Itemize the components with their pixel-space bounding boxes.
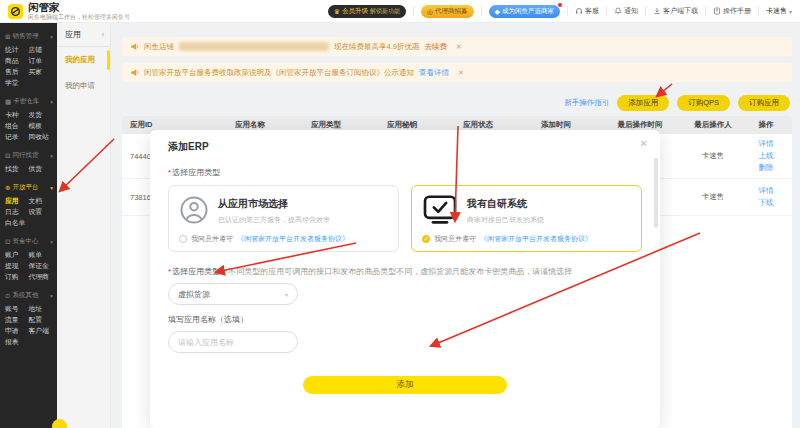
seller-badge-label: 成为闲鱼严选商家 bbox=[502, 7, 554, 16]
sidebar-item[interactable]: 商品 bbox=[5, 56, 29, 66]
section-title: 同行找货 bbox=[12, 151, 38, 160]
radio-unchecked-icon[interactable] bbox=[179, 235, 187, 243]
sidebar-item[interactable]: 统计 bbox=[5, 45, 29, 55]
sidebar-section-funds[interactable]: ⊡ 资金中心 ▾ bbox=[0, 235, 57, 249]
floating-helper-button[interactable] bbox=[52, 419, 67, 428]
sidebar-item[interactable]: 流量 bbox=[5, 315, 29, 325]
chevron-down-icon: ▾ bbox=[50, 34, 53, 40]
add-app-button[interactable]: 添加应用 bbox=[617, 95, 669, 111]
sidebar-item[interactable]: 学堂 bbox=[5, 78, 29, 88]
active-indicator bbox=[107, 50, 110, 70]
sidebar-item[interactable]: 售后 bbox=[5, 67, 29, 77]
sidebar-item[interactable]: 代理商 bbox=[29, 272, 53, 282]
beginner-guide-link[interactable]: 新手操作指引 bbox=[564, 98, 609, 108]
sidebar-item-my-apps[interactable]: 我的应用 bbox=[57, 47, 110, 73]
nav-client-download[interactable]: 客户端下载 bbox=[653, 6, 698, 16]
view-details-link[interactable]: 查看详情 bbox=[419, 68, 449, 78]
agreement-link[interactable]: 《闲管家开放平台开发者服务协议》 bbox=[237, 234, 349, 244]
sidebar-item[interactable]: 模板 bbox=[29, 121, 53, 131]
secondary-sidebar: 应用 ‹ 我的应用 我的申请 bbox=[57, 22, 111, 428]
sidebar-item[interactable]: 保证金 bbox=[29, 261, 53, 271]
sidebar-item[interactable]: 买家 bbox=[29, 67, 53, 77]
seller-badge[interactable]: ◆ 成为闲鱼严选商家 bbox=[489, 5, 560, 18]
sidebar-item[interactable]: 发货 bbox=[29, 110, 53, 120]
card-desc: 已认证的第三方服务，提高经营效率 bbox=[218, 215, 330, 225]
chevron-down-icon: ▾ bbox=[50, 239, 53, 245]
sidebar-item[interactable]: 申请 bbox=[5, 326, 29, 336]
sidebar-item[interactable]: 找货 bbox=[5, 164, 29, 174]
delete-link[interactable]: 删除 bbox=[742, 162, 790, 174]
sidebar-item[interactable]: 日志 bbox=[5, 207, 29, 217]
submit-add-button[interactable]: 添加 bbox=[303, 376, 507, 394]
section-title: 开放平台 bbox=[12, 183, 38, 192]
book-icon bbox=[713, 7, 721, 15]
secondary-sidebar-header[interactable]: 应用 ‹ bbox=[57, 22, 110, 47]
offline-link[interactable]: 下线 bbox=[742, 197, 790, 209]
member-upgrade-badge[interactable]: ♛ 会员升级 解锁新功能 bbox=[328, 5, 406, 18]
detail-link[interactable]: 详情 bbox=[742, 185, 790, 197]
sidebar-item[interactable]: 配置 bbox=[29, 315, 53, 325]
sidebar-item[interactable]: 账单 bbox=[29, 250, 53, 260]
sidebar-item[interactable]: 订单 bbox=[29, 56, 53, 66]
sidebar-item[interactable]: 记录 bbox=[5, 132, 29, 142]
card-app-market[interactable]: 从应用市场选择 已认证的第三方服务，提高经营效率 我同意并遵守 《闲管家开放平台… bbox=[168, 185, 399, 252]
sidebar-section-open-platform[interactable]: ⊕ 开放平台 ▾ bbox=[0, 181, 57, 195]
sidebar-item[interactable]: 回收站 bbox=[29, 132, 53, 142]
sidebar-item[interactable]: 订购 bbox=[5, 272, 29, 282]
col-header: 应用名称 bbox=[212, 120, 288, 130]
nav-customer-service[interactable]: 客服 bbox=[575, 6, 599, 16]
close-icon[interactable]: ✕ bbox=[640, 138, 648, 149]
sidebar-section-peers[interactable]: ⊟ 同行找货 ▾ bbox=[0, 149, 57, 163]
app-name-input[interactable] bbox=[168, 331, 298, 353]
card-self-developed[interactable]: 我有自研系统 商家对接自己研发的系统 ✓ 我同意并遵守 《闲管家开放平台开发者服… bbox=[411, 185, 642, 252]
medal-icon: ◎ bbox=[427, 8, 433, 15]
buy-app-button[interactable]: 订购应用 bbox=[738, 95, 790, 111]
sidebar-section-system[interactable]: ⊙ 系统其他 ▾ bbox=[0, 289, 57, 303]
agent-recruit-badge[interactable]: ◎ 代理商招募 bbox=[421, 5, 474, 18]
sidebar-item[interactable]: 账号 bbox=[5, 304, 29, 314]
sidebar-section-sales[interactable]: ⊞ 销售管理 ▾ bbox=[0, 30, 57, 44]
sidebar-item[interactable]: 店铺 bbox=[29, 45, 53, 55]
modal-scrollbar[interactable] bbox=[654, 158, 658, 228]
sidebar-item[interactable]: 白名单 bbox=[5, 218, 29, 228]
sidebar-item-apps-active[interactable]: 应用 bbox=[5, 196, 29, 206]
section-title: 卡密仓库 bbox=[13, 97, 39, 106]
sidebar-item[interactable]: 设置 bbox=[29, 207, 53, 217]
chevron-down-icon: ▾ bbox=[50, 153, 53, 159]
close-icon[interactable]: ✕ bbox=[456, 43, 462, 51]
sidebar-item[interactable]: 组合 bbox=[5, 121, 29, 131]
card-title: 我有自研系统 bbox=[467, 197, 544, 211]
sidebar-item[interactable]: 客户端 bbox=[29, 326, 53, 336]
sidebar-item[interactable]: 报表 bbox=[5, 337, 29, 347]
sidebar-item[interactable]: 文档 bbox=[29, 196, 53, 206]
sidebar-item[interactable]: 卡种 bbox=[5, 110, 29, 120]
agreement-option[interactable]: 我同意并遵守 《闲管家开放平台开发者服务协议》 bbox=[179, 234, 388, 244]
brand-tagline: 闲鱼电脑端工作台，轻松管理多闲鱼号 bbox=[28, 14, 130, 20]
modal-title: 添加ERP bbox=[168, 140, 642, 154]
nav-manual[interactable]: 操作手册 bbox=[713, 6, 751, 16]
sidebar-item[interactable]: 供货 bbox=[29, 164, 53, 174]
last-operator: 卡速售 bbox=[684, 151, 742, 161]
sidebar-item[interactable]: 账户 bbox=[5, 250, 29, 260]
agreement-link[interactable]: 《闲管家开放平台开发者服务协议》 bbox=[480, 234, 592, 244]
online-link[interactable]: 上线 bbox=[742, 150, 790, 162]
sidebar-section-cards[interactable]: ▦ 卡密仓库 ▾ bbox=[0, 95, 57, 109]
divider bbox=[606, 6, 607, 16]
close-icon[interactable]: ✕ bbox=[458, 69, 464, 77]
renew-link[interactable]: 去续费 bbox=[424, 42, 447, 52]
detail-link[interactable]: 详情 bbox=[742, 138, 790, 150]
nav-notifications[interactable]: 通知 bbox=[614, 6, 638, 16]
agreement-option-selected[interactable]: ✓ 我同意并遵守 《闲管家开放平台开发者服务协议》 bbox=[422, 234, 631, 244]
buy-qps-button[interactable]: 订购QPS bbox=[677, 95, 730, 111]
radio-checked-icon[interactable]: ✓ bbox=[422, 235, 430, 243]
col-header: 应用秘钥 bbox=[364, 120, 440, 130]
user-menu[interactable]: 卡速售 ▾ bbox=[766, 6, 792, 16]
sidebar-item-my-requests[interactable]: 我的申请 bbox=[57, 73, 110, 99]
warehouse-icon: ▦ bbox=[5, 98, 11, 106]
sidebar-item[interactable]: 提现 bbox=[5, 261, 29, 271]
item-label: 我的申请 bbox=[65, 81, 95, 90]
sidebar-item[interactable]: 地址 bbox=[29, 304, 53, 314]
member-upgrade-label: 会员升级 bbox=[342, 7, 368, 16]
app-category-select[interactable]: 虚拟货源 ▾ bbox=[168, 283, 298, 305]
app-type-label: *选择应用类型 bbox=[168, 167, 642, 178]
